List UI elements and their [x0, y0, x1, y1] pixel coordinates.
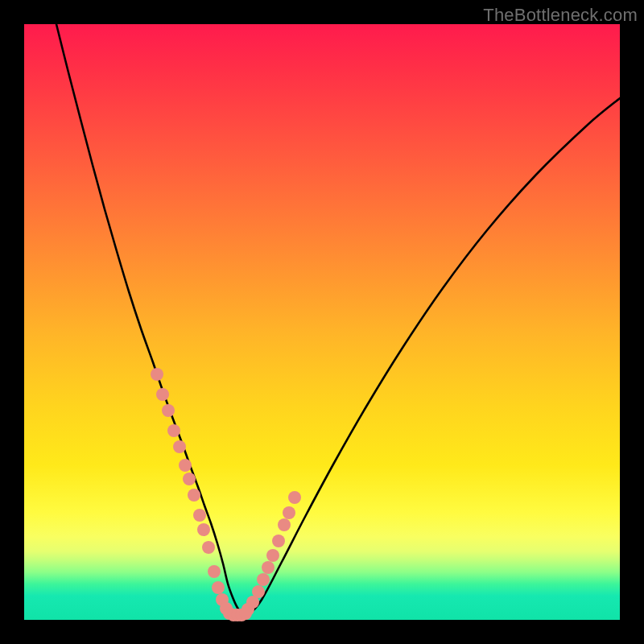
marker-dot	[266, 549, 279, 562]
marker-dot	[239, 607, 252, 620]
watermark-text: TheBottleneck.com	[483, 5, 638, 26]
marker-dot	[156, 388, 169, 401]
marker-dot	[202, 541, 215, 554]
marker-group-bottom	[223, 607, 252, 621]
marker-dot	[183, 473, 196, 485]
marker-group-right	[242, 491, 301, 616]
marker-dot	[151, 368, 163, 381]
marker-dot	[197, 523, 210, 536]
marker-dot	[278, 518, 291, 531]
marker-dot	[167, 424, 180, 437]
marker-dot	[179, 459, 192, 472]
marker-dot	[212, 581, 225, 594]
marker-dot	[188, 489, 200, 502]
marker-dot	[252, 585, 265, 598]
bottleneck-curve	[56, 24, 620, 615]
marker-dot	[283, 506, 295, 519]
marker-dot	[162, 404, 175, 417]
chart-frame: TheBottleneck.com	[0, 0, 644, 644]
marker-dot	[208, 565, 221, 578]
marker-dot	[262, 561, 275, 574]
marker-group-left	[151, 368, 233, 615]
marker-dot	[272, 535, 285, 547]
marker-dot	[288, 491, 301, 504]
marker-dot	[257, 573, 270, 586]
marker-dot	[173, 440, 186, 453]
chart-plot-area	[24, 24, 620, 620]
chart-svg	[24, 24, 620, 620]
marker-dot	[193, 509, 206, 522]
